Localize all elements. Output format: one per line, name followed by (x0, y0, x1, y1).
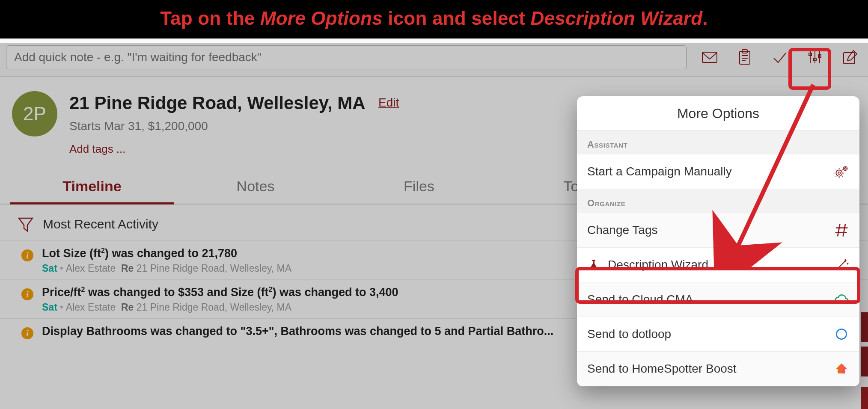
svg-point-13 (836, 170, 842, 176)
menu-item-homespotter[interactable]: Send to HomeSpotter Boost (577, 352, 859, 386)
gears-icon (834, 164, 849, 179)
menu-item-label: Change Tags (587, 223, 658, 237)
popover-section-organize: Organize (577, 189, 859, 213)
menu-item-change-tags[interactable]: Change Tags (577, 213, 859, 248)
banner-text-1: Tap on the (160, 8, 260, 29)
svg-line-19 (838, 224, 840, 237)
menu-item-label: Start a Campaign Manually (587, 165, 732, 178)
banner-text-3: . (702, 8, 707, 29)
menu-item-label: Send to dotloop (587, 327, 671, 341)
svg-point-14 (838, 172, 840, 174)
menu-item-cloud-cma[interactable]: Send to Cloud CMA (577, 282, 859, 317)
flask-icon (587, 258, 600, 271)
menu-item-description-wizard[interactable]: Description Wizard (577, 248, 859, 282)
cloud-icon (834, 292, 849, 307)
svg-line-20 (843, 224, 845, 237)
svg-point-21 (836, 329, 846, 339)
banner-em-1: More Options (260, 8, 383, 29)
menu-item-dotloop[interactable]: Send to dotloop (577, 317, 859, 352)
more-options-popover: More Options Assistant Start a Campaign … (577, 96, 859, 386)
popover-section-assistant: Assistant (577, 130, 859, 154)
hash-icon (834, 222, 849, 238)
menu-item-start-campaign[interactable]: Start a Campaign Manually (577, 154, 859, 189)
svg-point-16 (844, 168, 846, 169)
menu-item-label: Send to HomeSpotter Boost (587, 362, 737, 376)
svg-point-15 (844, 166, 847, 170)
banner-text-2: icon and select (383, 8, 531, 29)
menu-item-label: Description Wizard (608, 258, 708, 272)
banner-em-2: Description Wizard (531, 8, 703, 29)
popover-title: More Options (577, 96, 859, 130)
menu-item-label: Send to Cloud CMA (587, 293, 693, 306)
instruction-banner: Tap on the More Options icon and select … (0, 0, 868, 39)
loop-icon (834, 326, 849, 342)
wand-icon (834, 257, 849, 273)
home-boost-icon (834, 361, 849, 376)
